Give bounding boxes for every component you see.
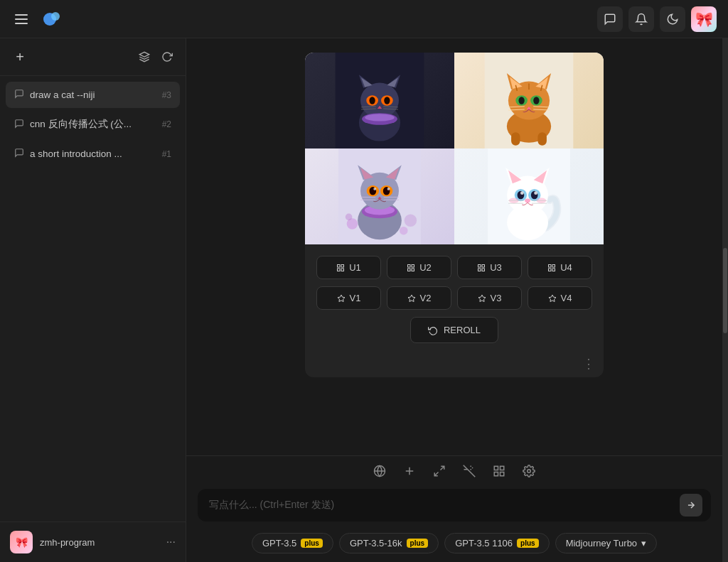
midjourney-label: Midjourney Turbo xyxy=(566,538,637,549)
gpt351106-button[interactable]: GPT-3.5 1106 plus xyxy=(444,533,550,553)
svg-rect-109 xyxy=(500,472,504,476)
hamburger-line xyxy=(15,18,28,20)
svg-rect-97 xyxy=(549,264,552,267)
svg-rect-92 xyxy=(408,269,411,271)
u1-button[interactable]: U1 xyxy=(316,256,381,279)
hamburger-menu-button[interactable] xyxy=(11,9,31,29)
sidebar: + xyxy=(0,38,186,562)
chat-icon-button[interactable] xyxy=(597,6,623,32)
reroll-label: REROLL xyxy=(444,325,481,335)
chat-item-num: #3 xyxy=(162,90,171,100)
chat-item-1[interactable]: draw a cat --niji #3 xyxy=(6,82,180,108)
add-button[interactable] xyxy=(400,462,419,480)
app-logo xyxy=(40,6,65,32)
svg-point-19 xyxy=(365,114,395,121)
svg-rect-86 xyxy=(341,264,344,267)
v2-button[interactable]: V2 xyxy=(387,286,451,310)
svg-rect-87 xyxy=(341,269,344,271)
save-button[interactable] xyxy=(136,48,153,65)
image-card: U1 U2 U3 U4 xyxy=(305,53,604,377)
svg-rect-98 xyxy=(552,264,555,267)
hamburger-line xyxy=(15,14,28,16)
wand-button[interactable] xyxy=(460,462,478,480)
header-left xyxy=(11,6,65,32)
chat-area: U1 U2 U3 U4 xyxy=(186,38,722,562)
svg-point-44 xyxy=(400,227,408,235)
svg-rect-100 xyxy=(549,269,552,271)
svg-rect-90 xyxy=(412,264,414,267)
cat-image-q2 xyxy=(454,53,604,148)
chat-toolbar xyxy=(186,455,722,486)
cat-image-q1 xyxy=(305,53,454,148)
user-avatar-button[interactable]: 🎀 xyxy=(691,6,717,32)
u2-button[interactable]: U2 xyxy=(387,256,451,279)
u4-button[interactable]: U4 xyxy=(528,256,592,279)
gpt351106-badge: plus xyxy=(517,539,539,548)
svg-rect-89 xyxy=(408,264,411,267)
svg-rect-94 xyxy=(482,264,485,267)
user-more-button[interactable]: ··· xyxy=(166,536,176,549)
cat-image-q3 xyxy=(305,148,454,244)
expand-button[interactable] xyxy=(430,462,449,480)
refresh-button[interactable] xyxy=(159,48,176,65)
hamburger-line xyxy=(15,23,28,24)
card-actions: U1 U2 U3 U4 xyxy=(305,244,604,362)
reroll-row: REROLL xyxy=(316,317,592,343)
svg-rect-107 xyxy=(494,466,498,470)
svg-point-4 xyxy=(360,83,399,119)
reroll-button[interactable]: REROLL xyxy=(410,317,498,343)
svg-point-76 xyxy=(520,191,524,195)
model-selector: GPT-3.5 plus GPT-3.5-16k plus GPT-3.5 11… xyxy=(186,527,722,562)
v-buttons-row: V1 V2 V3 V4 xyxy=(316,286,592,310)
svg-rect-95 xyxy=(482,269,485,271)
gpt3516k-label: GPT-3.5-16k xyxy=(350,538,402,549)
chat-item-num: #2 xyxy=(162,119,171,129)
new-chat-button[interactable]: + xyxy=(10,47,30,67)
chat-item-num: #1 xyxy=(162,149,171,159)
v3-button[interactable]: V3 xyxy=(457,286,522,310)
svg-rect-96 xyxy=(478,269,481,271)
chat-item-icon xyxy=(14,89,24,101)
messages-container: U1 U2 U3 U4 xyxy=(186,38,722,455)
chat-list: draw a cat --niji #3 cnn 反向传播公式 (公... #2 xyxy=(0,76,186,522)
globe-button[interactable] xyxy=(370,462,389,480)
v4-button[interactable]: V4 xyxy=(528,286,592,310)
main-layout: + xyxy=(0,38,728,562)
gpt35-badge: plus xyxy=(301,539,323,548)
v1-button[interactable]: V1 xyxy=(316,286,381,310)
grid-button[interactable] xyxy=(490,462,508,480)
gpt35-button[interactable]: GPT-3.5 plus xyxy=(252,533,333,553)
card-more-button[interactable]: ⋮ xyxy=(582,356,595,372)
midjourney-dropdown[interactable]: Midjourney Turbo ▾ xyxy=(555,533,657,553)
messages-wrapper: U1 U2 U3 U4 xyxy=(200,53,708,377)
header-right: 🎀 xyxy=(597,6,717,32)
gpt351106-label: GPT-3.5 1106 xyxy=(455,538,513,549)
u-buttons-row: U1 U2 U3 U4 xyxy=(316,256,592,279)
chevron-down-icon: ▾ xyxy=(641,538,646,549)
sidebar-bottom: 🎀 zmh-program ··· xyxy=(0,522,186,562)
notification-button[interactable] xyxy=(628,6,654,32)
theme-toggle-button[interactable] xyxy=(660,6,685,32)
username-label: zmh-program xyxy=(40,537,159,548)
svg-rect-22 xyxy=(511,132,520,146)
gpt3516k-button[interactable]: GPT-3.5-16k plus xyxy=(339,533,439,553)
cat-image-grid xyxy=(305,53,604,244)
gpt3516k-badge: plus xyxy=(407,539,429,548)
user-avatar: 🎀 xyxy=(10,531,33,553)
gpt35-label: GPT-3.5 xyxy=(262,538,296,549)
svg-line-106 xyxy=(434,472,438,476)
cat-image-q4 xyxy=(454,148,604,244)
settings-button[interactable] xyxy=(520,462,538,480)
chat-item-3[interactable]: a short introduction ... #1 xyxy=(6,141,180,167)
svg-point-58 xyxy=(373,188,376,190)
send-button[interactable] xyxy=(680,494,702,517)
u3-button[interactable]: U3 xyxy=(457,256,522,279)
chat-item-label: cnn 反向传播公式 (公... xyxy=(30,118,156,131)
svg-point-80 xyxy=(525,198,530,202)
chat-item-2[interactable]: cnn 反向传播公式 (公... #2 xyxy=(6,111,180,138)
svg-point-11 xyxy=(369,97,375,104)
svg-point-35 xyxy=(533,97,539,104)
svg-rect-91 xyxy=(412,269,414,271)
right-scrollbar[interactable] xyxy=(722,38,728,562)
svg-line-105 xyxy=(441,466,444,470)
